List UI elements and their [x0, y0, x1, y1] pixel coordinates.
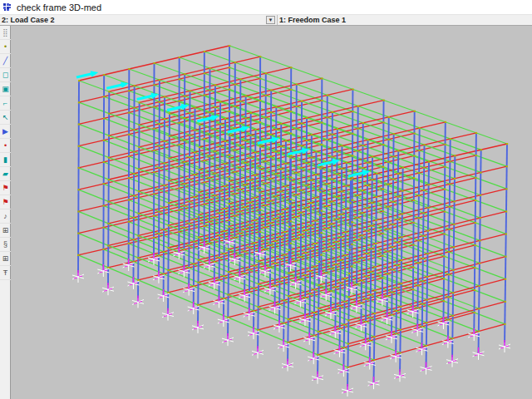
- align-button[interactable]: ▶: [0, 125, 11, 139]
- model-viewport[interactable]: [12, 26, 532, 399]
- copy-tool-icon: ♪: [3, 213, 7, 220]
- chevron-down-icon[interactable]: ▼: [266, 16, 275, 24]
- table-tool-icon: ⊞: [2, 255, 9, 263]
- create-link-icon: ⌐: [3, 100, 7, 107]
- title-bar: check frame 3D-med: [0, 0, 532, 15]
- application-window: { "window": { "title": "check frame 3D-m…: [0, 0, 532, 399]
- case-toolbar: 2: Load Case 2 ▼ 1: Freedom Case 1: [0, 15, 532, 26]
- beam-attribute-2-icon: ⚑: [2, 199, 8, 206]
- beam-attribute-button[interactable]: ⚑: [0, 181, 11, 195]
- grid-tool-icon: ⊞: [2, 227, 9, 234]
- grid-tool-button[interactable]: ⊞: [0, 224, 11, 238]
- create-node-button[interactable]: •: [0, 40, 11, 54]
- select-grid-icon: ⣿: [2, 29, 8, 37]
- freedom-case-combo[interactable]: 1: Freedom Case 1: [278, 15, 532, 25]
- beam-attribute-icon: ⚑: [2, 185, 8, 192]
- create-cylinder-icon: ▮: [3, 156, 7, 164]
- create-patch-button[interactable]: ▰: [0, 167, 11, 181]
- window-title: check frame 3D-med: [17, 2, 101, 12]
- section-tool-button[interactable]: §: [0, 238, 11, 252]
- attach-parts-icon: ↖: [2, 114, 9, 121]
- freedom-case-value: 1: Freedom Case 1: [278, 16, 532, 24]
- load-case-value: 2: Load Case 2: [0, 16, 266, 24]
- select-grid-button[interactable]: ⣿: [0, 26, 11, 40]
- load-case-combo[interactable]: 2: Load Case 2 ▼: [0, 15, 278, 25]
- create-brick-icon: ▣: [2, 86, 9, 93]
- section-tool-icon: §: [3, 241, 7, 249]
- table-tool-button[interactable]: ⊞: [0, 252, 11, 266]
- create-patch-icon: ▰: [2, 170, 8, 178]
- attach-parts-button[interactable]: ↖: [0, 111, 11, 125]
- create-node-icon: •: [4, 43, 7, 51]
- create-beam-icon: ╱: [3, 57, 7, 65]
- create-cylinder-button[interactable]: ▮: [0, 153, 11, 167]
- text-tool-icon: Ŧ: [3, 269, 8, 277]
- copy-tool-button[interactable]: ♪: [0, 209, 11, 224]
- app-icon: [3, 3, 12, 12]
- beam-attribute-2-button[interactable]: ⚑: [0, 195, 11, 209]
- create-beam-button[interactable]: ╱: [0, 54, 11, 68]
- mark-node-icon: •: [4, 142, 7, 150]
- create-brick-button[interactable]: ▣: [0, 82, 11, 96]
- align-icon: ▶: [2, 128, 8, 135]
- create-link-button[interactable]: ⌐: [0, 96, 11, 111]
- tool-strip: ⣿•╱◻▣⌐↖▶•▮▰⚑⚑♪⊞§⊞Ŧ: [0, 26, 11, 399]
- create-plate-button[interactable]: ◻: [0, 68, 11, 82]
- text-tool-button[interactable]: Ŧ: [0, 266, 11, 280]
- mark-node-button[interactable]: •: [0, 139, 11, 153]
- create-plate-icon: ◻: [2, 71, 8, 79]
